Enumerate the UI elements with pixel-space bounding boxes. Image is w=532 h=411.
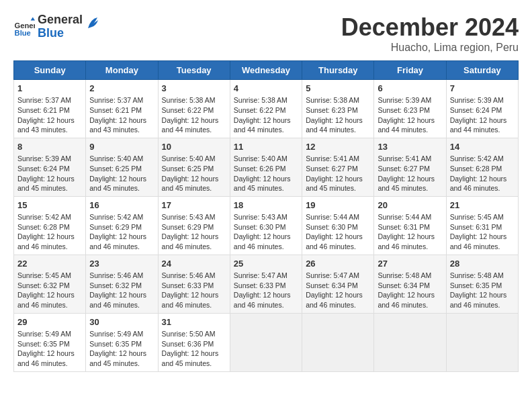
sunset-label: Sunset: 6:31 PM	[378, 223, 430, 231]
calendar-cell	[230, 313, 302, 371]
daylight-label: Daylight: 12 hours and 46 minutes.	[306, 291, 363, 309]
col-friday: Friday	[374, 61, 446, 80]
calendar-cell: 1Sunrise: 5:37 AMSunset: 6:21 PMDaylight…	[14, 80, 86, 138]
col-tuesday: Tuesday	[158, 61, 230, 80]
calendar-cell: 31Sunrise: 5:50 AMSunset: 6:36 PMDayligh…	[158, 313, 230, 371]
sunrise-label: Sunrise: 5:39 AM	[450, 96, 504, 104]
col-thursday: Thursday	[302, 61, 374, 80]
sunrise-label: Sunrise: 5:40 AM	[89, 154, 143, 163]
calendar-cell: 11Sunrise: 5:40 AMSunset: 6:26 PMDayligh…	[230, 138, 302, 196]
day-number: 5	[306, 83, 370, 95]
sunrise-label: Sunrise: 5:43 AM	[234, 213, 287, 221]
sunset-label: Sunset: 6:26 PM	[234, 165, 286, 173]
daylight-label: Daylight: 12 hours and 46 minutes.	[89, 291, 146, 309]
sunrise-label: Sunrise: 5:44 AM	[378, 213, 431, 221]
calendar-cell: 5Sunrise: 5:38 AMSunset: 6:23 PMDaylight…	[302, 80, 374, 138]
sunset-label: Sunset: 6:33 PM	[162, 281, 214, 289]
sunset-label: Sunset: 6:22 PM	[162, 106, 214, 114]
title-area: December 2024 Huacho, Lima region, Peru	[341, 13, 519, 54]
calendar-table: Sunday Monday Tuesday Wednesday Thursday…	[13, 60, 519, 372]
day-number: 23	[89, 258, 154, 270]
col-monday: Monday	[86, 61, 158, 80]
day-number: 27	[378, 258, 442, 270]
daylight-label: Daylight: 12 hours and 46 minutes.	[306, 232, 363, 250]
sunrise-label: Sunrise: 5:49 AM	[17, 330, 71, 338]
sunrise-label: Sunrise: 5:48 AM	[450, 271, 504, 279]
sunset-label: Sunset: 6:25 PM	[162, 165, 214, 173]
sunrise-label: Sunrise: 5:38 AM	[306, 96, 359, 104]
calendar-cell: 29Sunrise: 5:49 AMSunset: 6:35 PMDayligh…	[14, 313, 86, 371]
day-number: 31	[162, 316, 226, 328]
sunset-label: Sunset: 6:25 PM	[89, 165, 142, 173]
daylight-label: Daylight: 12 hours and 45 minutes.	[89, 175, 146, 193]
daylight-label: Daylight: 12 hours and 45 minutes.	[234, 175, 291, 193]
calendar-cell: 21Sunrise: 5:45 AMSunset: 6:31 PMDayligh…	[446, 196, 518, 255]
col-wednesday: Wednesday	[230, 61, 302, 80]
col-sunday: Sunday	[14, 61, 86, 80]
calendar-cell: 22Sunrise: 5:45 AMSunset: 6:32 PMDayligh…	[14, 255, 86, 313]
sunset-label: Sunset: 6:34 PM	[378, 281, 430, 289]
calendar-cell: 7Sunrise: 5:39 AMSunset: 6:24 PMDaylight…	[446, 80, 518, 138]
daylight-label: Daylight: 12 hours and 46 minutes.	[378, 232, 435, 250]
day-number: 24	[162, 258, 226, 270]
day-number: 21	[450, 199, 515, 212]
sunset-label: Sunset: 6:34 PM	[306, 281, 358, 289]
logo-blue: Blue	[38, 27, 83, 40]
calendar-cell: 6Sunrise: 5:39 AMSunset: 6:23 PMDaylight…	[374, 80, 446, 138]
sunset-label: Sunset: 6:31 PM	[450, 223, 502, 231]
calendar-week-4: 22Sunrise: 5:45 AMSunset: 6:32 PMDayligh…	[14, 255, 519, 313]
daylight-label: Daylight: 12 hours and 46 minutes.	[378, 291, 435, 309]
header: General Blue General Blue December 2024 …	[13, 13, 519, 54]
sunset-label: Sunset: 6:33 PM	[234, 281, 286, 289]
sunrise-label: Sunrise: 5:40 AM	[162, 154, 216, 163]
calendar-cell: 8Sunrise: 5:39 AMSunset: 6:24 PMDaylight…	[14, 138, 86, 196]
day-number: 28	[450, 258, 515, 270]
daylight-label: Daylight: 12 hours and 46 minutes.	[234, 232, 291, 250]
sunrise-label: Sunrise: 5:39 AM	[17, 154, 71, 163]
sunrise-label: Sunrise: 5:46 AM	[89, 271, 143, 279]
day-number: 2	[89, 83, 154, 95]
sunrise-label: Sunrise: 5:42 AM	[450, 154, 504, 163]
calendar-cell: 19Sunrise: 5:44 AMSunset: 6:30 PMDayligh…	[302, 196, 374, 255]
calendar-cell: 17Sunrise: 5:43 AMSunset: 6:29 PMDayligh…	[158, 196, 230, 255]
calendar-cell: 10Sunrise: 5:40 AMSunset: 6:25 PMDayligh…	[158, 138, 230, 196]
sunrise-label: Sunrise: 5:42 AM	[89, 213, 143, 221]
daylight-label: Daylight: 12 hours and 44 minutes.	[234, 116, 291, 134]
calendar-cell: 3Sunrise: 5:38 AMSunset: 6:22 PMDaylight…	[158, 80, 230, 138]
calendar-cell: 26Sunrise: 5:47 AMSunset: 6:34 PMDayligh…	[302, 255, 374, 313]
svg-text:Blue: Blue	[15, 29, 31, 37]
day-number: 4	[234, 83, 298, 95]
daylight-label: Daylight: 12 hours and 46 minutes.	[450, 175, 507, 193]
day-number: 11	[234, 141, 298, 153]
bird-icon	[87, 16, 99, 31]
day-number: 15	[17, 199, 82, 212]
calendar-cell: 30Sunrise: 5:49 AMSunset: 6:35 PMDayligh…	[86, 313, 158, 371]
svg-text:General: General	[15, 21, 35, 29]
sunset-label: Sunset: 6:21 PM	[89, 106, 142, 114]
calendar-cell: 14Sunrise: 5:42 AMSunset: 6:28 PMDayligh…	[446, 138, 518, 196]
sunrise-label: Sunrise: 5:42 AM	[17, 213, 71, 221]
daylight-label: Daylight: 12 hours and 44 minutes.	[162, 116, 219, 134]
sunrise-label: Sunrise: 5:45 AM	[450, 213, 504, 221]
sunrise-label: Sunrise: 5:50 AM	[162, 330, 216, 338]
daylight-label: Daylight: 12 hours and 45 minutes.	[378, 175, 435, 193]
daylight-label: Daylight: 12 hours and 44 minutes.	[378, 116, 435, 134]
sunset-label: Sunset: 6:24 PM	[17, 165, 70, 173]
daylight-label: Daylight: 12 hours and 45 minutes.	[89, 349, 146, 367]
daylight-label: Daylight: 12 hours and 45 minutes.	[17, 175, 75, 193]
logo: General Blue General Blue	[13, 13, 99, 40]
daylight-label: Daylight: 12 hours and 46 minutes.	[234, 291, 291, 309]
day-number: 22	[17, 258, 82, 270]
calendar-cell	[374, 313, 446, 371]
day-number: 8	[17, 141, 82, 153]
svg-marker-2	[31, 17, 35, 20]
sunrise-label: Sunrise: 5:38 AM	[234, 96, 287, 104]
calendar-week-3: 15Sunrise: 5:42 AMSunset: 6:28 PMDayligh…	[14, 196, 519, 255]
sunset-label: Sunset: 6:23 PM	[378, 106, 430, 114]
calendar-cell: 13Sunrise: 5:41 AMSunset: 6:27 PMDayligh…	[374, 138, 446, 196]
sunset-label: Sunset: 6:27 PM	[378, 165, 430, 173]
subtitle: Huacho, Lima region, Peru	[341, 42, 519, 54]
daylight-label: Daylight: 12 hours and 43 minutes.	[89, 116, 146, 134]
sunset-label: Sunset: 6:29 PM	[162, 223, 214, 231]
sunrise-label: Sunrise: 5:43 AM	[162, 213, 216, 221]
